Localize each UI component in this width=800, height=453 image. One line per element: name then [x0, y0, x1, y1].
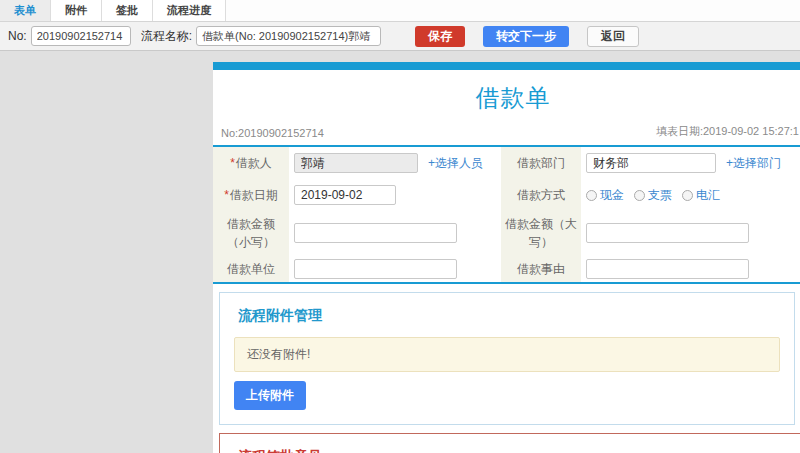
reason-label: 借款事由 [517, 260, 565, 278]
select-department-link[interactable]: +选择部门 [726, 155, 781, 172]
process-name-input[interactable] [196, 26, 381, 46]
no-attachment-alert: 还没有附件! [234, 337, 780, 372]
action-toolbar: No: 流程名称: 保存 转交下一步 返回 [0, 22, 800, 51]
fill-date: 填表日期:2019-09-02 15:27:1 [656, 124, 799, 139]
form-meta-row: No:20190902152714 填表日期:2019-09-02 15:27:… [213, 124, 800, 145]
radio-cheque[interactable]: 支票 [634, 187, 672, 204]
loan-date-label-cell: *借款日期 [213, 179, 289, 211]
method-field-cell: 现金 支票 电汇 [581, 179, 800, 211]
borrower-input[interactable] [294, 153, 418, 173]
borrower-label: 借款人 [236, 154, 272, 172]
no-label: No: [8, 29, 27, 43]
tab-bar: 表单 附件 签批 流程进度 [0, 0, 800, 22]
borrower-field-cell: +选择人员 [289, 147, 501, 179]
panel-top-bar [213, 62, 800, 70]
select-person-link[interactable]: +选择人员 [428, 155, 483, 172]
approval-section: 流程签批意见 B I abc [219, 433, 800, 453]
attachment-heading: 流程附件管理 [234, 303, 780, 337]
doc-number: No:20190902152714 [221, 127, 324, 139]
reason-input[interactable] [586, 259, 749, 279]
amount-upper-label: 借款金额（大写） [505, 215, 577, 251]
tab-attachments-label: 附件 [65, 3, 87, 18]
unit-input[interactable] [294, 259, 457, 279]
borrower-label-cell: *借款人 [213, 147, 289, 179]
unit-label: 借款单位 [227, 260, 275, 278]
radio-cash[interactable]: 现金 [586, 187, 624, 204]
loan-form-table: *借款人 +选择人员 借款部门 +选择部门 *借款日期 借款方式 现金 [213, 145, 800, 284]
back-button[interactable]: 返回 [587, 26, 639, 47]
loan-date-field-cell [289, 179, 501, 211]
amount-lower-input[interactable] [294, 223, 457, 243]
reason-field-cell [581, 255, 800, 282]
loan-method-radio-group: 现金 支票 电汇 [586, 187, 720, 204]
reason-label-cell: 借款事由 [501, 255, 581, 282]
save-button[interactable]: 保存 [415, 26, 465, 47]
amount-upper-field-cell [581, 211, 800, 255]
radio-wire-label: 电汇 [696, 187, 720, 204]
unit-field-cell [289, 255, 501, 282]
department-label: 借款部门 [517, 154, 565, 172]
approval-heading: 流程签批意见 [234, 444, 798, 453]
radio-cash-circle[interactable] [586, 190, 597, 201]
loan-form-panel: 借款单 No:20190902152714 填表日期:2019-09-02 15… [213, 62, 800, 453]
radio-cheque-label: 支票 [648, 187, 672, 204]
tab-attachments[interactable]: 附件 [51, 0, 102, 21]
amount-upper-input[interactable] [586, 223, 749, 243]
loan-date-input[interactable] [294, 185, 396, 205]
required-mark: * [224, 186, 229, 204]
department-input[interactable] [586, 153, 716, 173]
attachment-section: 流程附件管理 还没有附件! 上传附件 [219, 292, 795, 425]
amount-lower-field-cell [289, 211, 501, 255]
next-step-button[interactable]: 转交下一步 [483, 26, 569, 47]
page-title: 借款单 [213, 70, 800, 124]
loan-date-label: 借款日期 [230, 186, 278, 204]
no-input[interactable] [31, 26, 131, 46]
radio-cheque-circle[interactable] [634, 190, 645, 201]
tab-approval[interactable]: 签批 [102, 0, 153, 21]
radio-cash-label: 现金 [600, 187, 624, 204]
tab-form-label: 表单 [14, 3, 36, 18]
radio-wire-circle[interactable] [682, 190, 693, 201]
tab-progress-label: 流程进度 [167, 3, 211, 18]
radio-wire[interactable]: 电汇 [682, 187, 720, 204]
amount-lower-label: 借款金额（小写） [217, 215, 285, 251]
amount-upper-label-cell: 借款金额（大写） [501, 211, 581, 255]
method-label-cell: 借款方式 [501, 179, 581, 211]
process-name-label: 流程名称: [141, 28, 192, 45]
upload-attachment-button[interactable]: 上传附件 [234, 381, 306, 410]
amount-lower-label-cell: 借款金额（小写） [213, 211, 289, 255]
unit-label-cell: 借款单位 [213, 255, 289, 282]
tab-progress[interactable]: 流程进度 [153, 0, 226, 21]
method-label: 借款方式 [517, 186, 565, 204]
required-mark: * [230, 154, 235, 172]
department-label-cell: 借款部门 [501, 147, 581, 179]
department-field-cell: +选择部门 [581, 147, 800, 179]
tab-approval-label: 签批 [116, 3, 138, 18]
tab-form[interactable]: 表单 [0, 0, 51, 21]
